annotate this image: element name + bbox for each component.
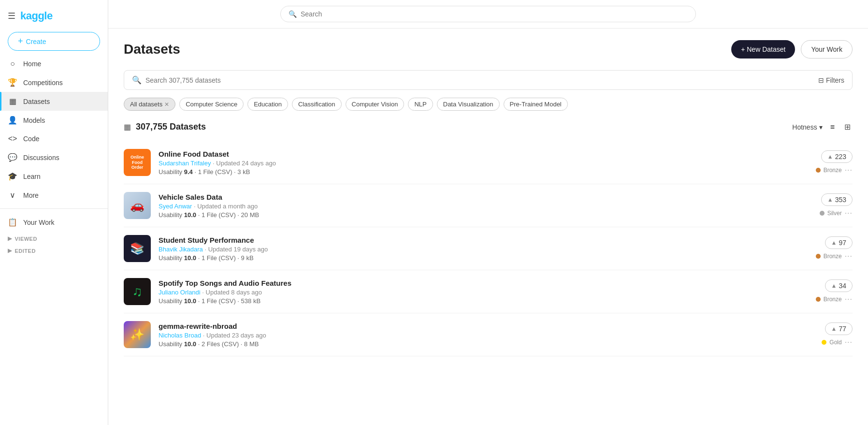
hamburger-icon[interactable]: ☰ xyxy=(8,11,15,21)
dataset-right: ▲ 353 Silver ··· xyxy=(820,193,853,218)
discussions-icon: 💬 xyxy=(8,153,17,162)
sidebar-item-code[interactable]: <> Code xyxy=(0,130,108,148)
create-button[interactable]: + Create xyxy=(8,32,100,51)
dataset-name[interactable]: Vehicle Sales Data xyxy=(159,193,812,201)
filter-icon: ⊟ xyxy=(818,76,824,84)
sidebar-item-more[interactable]: ∨ More xyxy=(0,186,108,205)
medal-row: Gold ··· xyxy=(822,338,853,347)
dataset-right: ▲ 97 Bronze ··· xyxy=(816,236,853,261)
tag-education[interactable]: Education xyxy=(247,98,288,111)
main-content: 🔍 Datasets + New Dataset Your Work 🔍 ⊟ F… xyxy=(108,0,868,425)
dataset-info: Vehicle Sales Data Syed Anwar · Updated … xyxy=(159,193,812,219)
vote-button[interactable]: ▲ 77 xyxy=(825,322,853,335)
dataset-usability: Usability 10.0 · 1 File (CSV) · 9 kB xyxy=(159,254,808,262)
grid-view-button[interactable]: ⊞ xyxy=(842,120,853,133)
sidebar-item-discussions[interactable]: 💬 Discussions xyxy=(0,148,108,167)
dataset-thumbnail: 📚 xyxy=(124,235,151,262)
dataset-name[interactable]: Spotify Top Songs and Audio Features xyxy=(159,279,808,287)
dataset-info: gemma-rewrite-nbroad Nicholas Broad · Up… xyxy=(159,322,814,348)
dataset-usability: Usability 10.0 · 2 Files (CSV) · 8 MB xyxy=(159,340,814,348)
your-work-button[interactable]: Your Work xyxy=(801,40,853,59)
more-options-icon[interactable]: ··· xyxy=(845,338,853,347)
dataset-meta: Syed Anwar · Updated a month ago xyxy=(159,203,812,210)
dataset-thumbnail: OnlineFoodOrder xyxy=(124,149,151,176)
upvote-icon: ▲ xyxy=(831,325,837,332)
list-view-button[interactable]: ≡ xyxy=(828,121,837,133)
competitions-icon: 🏆 xyxy=(8,78,17,87)
dataset-info: Online Food Dataset Sudarshan Trifaley ·… xyxy=(159,150,808,176)
upvote-icon: ▲ xyxy=(827,196,833,203)
more-options-icon[interactable]: ··· xyxy=(845,166,853,175)
dataset-meta: Juliano Orlandi · Updated 8 days ago xyxy=(159,289,808,296)
dataset-right: ▲ 34 Bronze ··· xyxy=(816,279,853,304)
new-dataset-button[interactable]: + New Dataset xyxy=(731,40,795,59)
page-content: Datasets + New Dataset Your Work 🔍 ⊟ Fil… xyxy=(108,29,868,425)
vote-button[interactable]: ▲ 97 xyxy=(825,236,853,249)
more-options-icon[interactable]: ··· xyxy=(845,252,853,261)
vote-button[interactable]: ▲ 353 xyxy=(821,193,853,206)
sidebar-item-learn[interactable]: 🎓 Learn xyxy=(0,167,108,186)
dataset-info: Spotify Top Songs and Audio Features Jul… xyxy=(159,279,808,305)
bronze-medal-icon xyxy=(816,168,821,173)
models-icon: 👤 xyxy=(8,116,17,125)
silver-medal-icon xyxy=(820,211,825,216)
tag-nlp[interactable]: NLP xyxy=(408,98,433,111)
create-label: Create xyxy=(26,38,46,45)
tags-row: All datasets ✕ Computer Science Educatio… xyxy=(124,98,853,111)
dataset-usability: Usability 10.0 · 1 File (CSV) · 538 kB xyxy=(159,297,808,305)
learn-icon: 🎓 xyxy=(8,172,17,181)
sidebar-item-label: Your Work xyxy=(23,219,55,226)
sidebar-item-home[interactable]: ○ Home xyxy=(0,55,108,73)
edited-section[interactable]: ▶ EDITED xyxy=(0,244,108,256)
sidebar-item-label: Learn xyxy=(23,173,41,180)
tag-close-icon[interactable]: ✕ xyxy=(164,101,169,108)
gold-medal-icon xyxy=(822,340,826,345)
dataset-thumbnail: ♫ xyxy=(124,278,151,305)
sort-arrow-icon: ▾ xyxy=(819,123,823,131)
tag-computer-science[interactable]: Computer Science xyxy=(179,98,244,111)
sidebar-item-competitions[interactable]: 🏆 Competitions xyxy=(0,73,108,92)
tag-computer-vision[interactable]: Computer Vision xyxy=(346,98,405,111)
sidebar-header: ☰ kaggle xyxy=(0,4,108,28)
dataset-meta: Nicholas Broad · Updated 23 days ago xyxy=(159,332,814,339)
count-left: ▦ 307,755 Datasets xyxy=(124,122,206,132)
upvote-icon: ▲ xyxy=(831,282,837,289)
tag-classification[interactable]: Classification xyxy=(292,98,342,111)
more-options-icon[interactable]: ··· xyxy=(845,209,853,218)
home-icon: ○ xyxy=(8,59,17,68)
vote-button[interactable]: ▲ 34 xyxy=(825,279,853,292)
dataset-search-bar[interactable]: 🔍 ⊟ Filters xyxy=(124,70,853,90)
bronze-medal-icon xyxy=(816,297,821,302)
dataset-name[interactable]: Online Food Dataset xyxy=(159,150,808,158)
dataset-meta: Bhavik Jikadara · Updated 19 days ago xyxy=(159,246,808,253)
vote-button[interactable]: ▲ 223 xyxy=(821,150,853,163)
dataset-count: 307,755 Datasets xyxy=(136,122,206,132)
page-title: Datasets xyxy=(124,42,180,57)
medal-row: Bronze ··· xyxy=(816,166,853,175)
tag-all-datasets[interactable]: All datasets ✕ xyxy=(124,98,175,111)
dataset-list: OnlineFoodOrder Online Food Dataset Suda… xyxy=(124,141,853,356)
dataset-search-icon: 🔍 xyxy=(132,75,142,85)
dataset-right: ▲ 77 Gold ··· xyxy=(822,322,853,347)
sort-button[interactable]: Hotness ▾ xyxy=(792,123,822,131)
code-icon: <> xyxy=(8,134,17,143)
header-actions: + New Dataset Your Work xyxy=(731,40,853,59)
sidebar-item-label: Discussions xyxy=(23,154,59,161)
upvote-icon: ▲ xyxy=(831,239,837,246)
global-search[interactable]: 🔍 xyxy=(280,6,696,22)
upvote-icon: ▲ xyxy=(827,153,833,160)
dataset-name[interactable]: gemma-rewrite-nbroad xyxy=(159,322,814,330)
tag-data-visualization[interactable]: Data Visualization xyxy=(437,98,500,111)
bronze-medal-icon xyxy=(816,254,821,259)
sidebar-item-your-work[interactable]: 📋 Your Work xyxy=(0,213,108,232)
count-right: Hotness ▾ ≡ ⊞ xyxy=(792,120,853,133)
sidebar-item-datasets[interactable]: ▦ Datasets xyxy=(0,92,108,111)
viewed-section[interactable]: ▶ VIEWED xyxy=(0,232,108,244)
tag-pre-trained-model[interactable]: Pre-Trained Model xyxy=(504,98,568,111)
filter-button[interactable]: ⊟ Filters xyxy=(818,76,844,84)
dataset-search-input[interactable] xyxy=(145,76,814,84)
search-input[interactable] xyxy=(301,10,688,18)
sidebar-item-models[interactable]: 👤 Models xyxy=(0,111,108,130)
dataset-name[interactable]: Student Study Performance xyxy=(159,236,808,244)
more-options-icon[interactable]: ··· xyxy=(845,295,853,304)
